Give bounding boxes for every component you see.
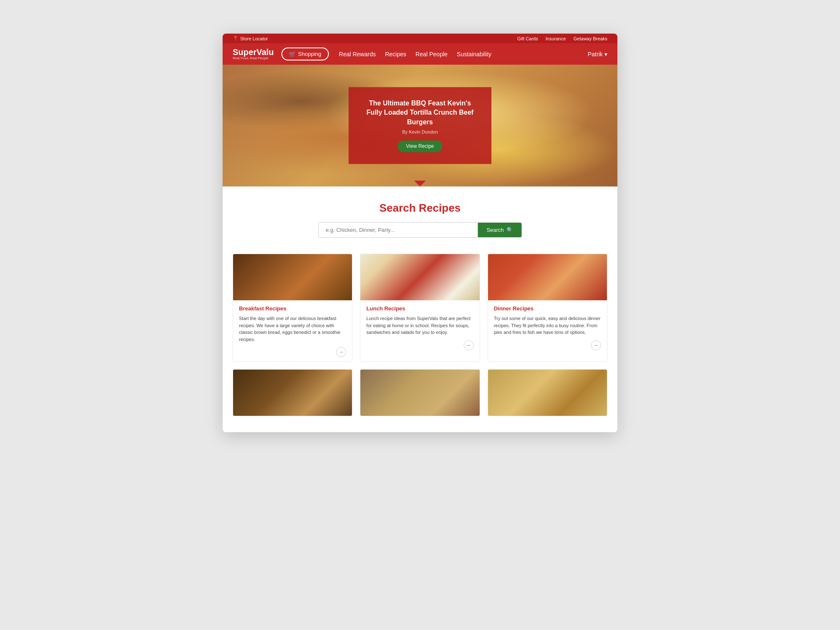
cart-icon: 🛒 (289, 51, 296, 57)
card-bottom3-image (488, 370, 607, 416)
card-breakfast-arrow-btn[interactable]: → (336, 347, 346, 357)
card-dinner: Dinner Recipes Try out some of our quick… (488, 254, 607, 362)
utility-bar: 📍 Store Locator Gift Cards Insurance Get… (223, 34, 617, 43)
card-dinner-title[interactable]: Dinner Recipes (494, 305, 601, 312)
main-nav: SuperValu Real Food, Real People 🛒 Shopp… (223, 43, 617, 65)
search-title: Search Recipes (233, 202, 607, 215)
search-input[interactable] (318, 222, 478, 238)
chevron-down-icon: ▾ (604, 51, 607, 58)
nav-link-sustainability[interactable]: Sustainability (457, 51, 492, 58)
card-breakfast-text: Start the day with one of our delicious … (239, 315, 346, 343)
card-bottom-3 (488, 369, 607, 416)
hero-section: The Ultimate BBQ Feast Kevin's Fully Loa… (223, 65, 617, 186)
card-breakfast-image (233, 254, 352, 300)
card-lunch-image (360, 254, 479, 300)
main-nav-links: Real Rewards Recipes Real People Sustain… (339, 51, 588, 58)
card-lunch: Lunch Recipes Lunch recipe ideas from Su… (360, 254, 480, 362)
card-lunch-arrow: → (366, 340, 473, 350)
shopping-button[interactable]: 🛒 Shopping (281, 47, 329, 60)
search-bar: Search 🔍 (233, 222, 607, 238)
logo-name[interactable]: SuperValu (233, 48, 274, 56)
nav-link-real-people[interactable]: Real People (415, 51, 447, 58)
search-section: Search Recipes Search 🔍 (223, 186, 617, 249)
hero-title: The Ultimate BBQ Feast Kevin's Fully Loa… (364, 99, 476, 127)
nav-link-recipes[interactable]: Recipes (385, 51, 407, 58)
search-label: Search (486, 227, 504, 233)
cards-grid-row2 (233, 369, 607, 416)
user-name: Patrik (588, 51, 603, 58)
logo-sub: Real Food, Real People (233, 56, 274, 60)
card-bottom2-image (360, 370, 479, 416)
card-breakfast-body: Breakfast Recipes Start the day with one… (233, 300, 352, 361)
card-breakfast-title[interactable]: Breakfast Recipes (239, 305, 346, 312)
card-breakfast: Breakfast Recipes Start the day with one… (233, 254, 352, 362)
gift-cards-link[interactable]: Gift Cards (517, 36, 538, 41)
card-dinner-arrow: → (494, 340, 601, 350)
card-lunch-arrow-btn[interactable]: → (464, 340, 474, 350)
search-icon: 🔍 (507, 227, 513, 233)
user-menu[interactable]: Patrik ▾ (588, 51, 607, 58)
search-button[interactable]: Search 🔍 (478, 223, 521, 237)
card-dinner-text: Try out some of our quick, easy and deli… (494, 315, 601, 336)
card-breakfast-arrow: → (239, 347, 346, 357)
nav-link-real-rewards[interactable]: Real Rewards (339, 51, 376, 58)
card-bottom-2 (360, 369, 480, 416)
util-bar-left: 📍 Store Locator (233, 36, 268, 41)
hero-byline: By Kevin Dundon (364, 130, 476, 135)
location-icon: 📍 (233, 36, 239, 41)
card-lunch-body: Lunch Recipes Lunch recipe ideas from Su… (360, 300, 479, 354)
card-dinner-image (488, 254, 607, 300)
util-bar-right: Gift Cards Insurance Getaway Breaks (517, 36, 607, 41)
cards-grid-row1: Breakfast Recipes Start the day with one… (233, 254, 607, 362)
card-lunch-title[interactable]: Lunch Recipes (366, 305, 473, 312)
card-lunch-text: Lunch recipe ideas from SuperValu that a… (366, 315, 473, 336)
hero-pointer-triangle (414, 181, 426, 186)
card-dinner-arrow-btn[interactable]: → (591, 340, 601, 350)
view-recipe-button[interactable]: View Recipe (398, 141, 442, 152)
hero-overlay: The Ultimate BBQ Feast Kevin's Fully Loa… (349, 87, 491, 164)
insurance-link[interactable]: Insurance (546, 36, 566, 41)
card-dinner-body: Dinner Recipes Try out some of our quick… (488, 300, 607, 354)
getaway-breaks-link[interactable]: Getaway Breaks (573, 36, 607, 41)
logo-area: SuperValu Real Food, Real People (233, 48, 274, 60)
shopping-label: Shopping (298, 51, 321, 57)
card-bottom1-image (233, 370, 352, 416)
cards-section: Breakfast Recipes Start the day with one… (223, 249, 617, 432)
store-locator-link[interactable]: Store Locator (240, 36, 268, 41)
browser-window: 📍 Store Locator Gift Cards Insurance Get… (223, 34, 617, 432)
card-bottom-1 (233, 369, 352, 416)
